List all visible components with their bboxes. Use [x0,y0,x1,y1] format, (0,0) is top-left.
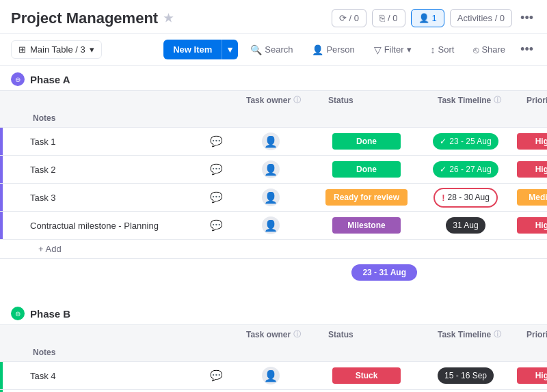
col-task-owner-b: Task owner ⓘ [241,325,323,344]
toolbar-more-icon[interactable]: ••• [518,40,536,59]
owner-a1[interactable]: 👤 [230,132,312,150]
priority-a3[interactable]: Medium [510,186,547,208]
task-name-a4: Contractual milestone - Planning [25,215,202,236]
owner-a2[interactable]: 👤 [230,160,312,178]
timeline-a3[interactable]: ! 28 - 30 Aug [421,188,510,208]
phase-a-collapse-btn[interactable]: ⊖ [11,72,25,86]
filter-label: Filter [384,44,404,55]
timeline-badge-b1: 15 - 16 Sep [438,367,494,384]
row-content-a4: Contractual milestone - Planning 💬 👤 Mil… [3,212,547,239]
toolbar: ⊞ Main Table / 3 ▾ New Item ▾ 🔍 Search 👤… [0,34,547,66]
link-icon: ⎘ [379,13,385,23]
owner-a4[interactable]: 👤 [230,216,312,234]
comment-b1[interactable]: 💬 [202,369,230,382]
person-btn[interactable]: 👤 1 [411,9,444,27]
col-priority-label-b: Priority [526,330,547,339]
new-item-btn[interactable]: New Item ▾ [163,40,238,59]
comment-a4[interactable]: 💬 [202,219,230,232]
task-row-b1: Task 4 💬 👤 Stuck 15 - 16 Sep High [0,362,547,390]
status-badge-b1: Stuck [332,367,401,384]
person-filter-btn[interactable]: 👤 Person [305,41,361,59]
owner-info-icon-a: ⓘ [293,95,301,105]
avatar-a1: 👤 [262,132,280,150]
timeline-info-icon-a: ⓘ [494,95,501,105]
status-a2[interactable]: Done [312,158,421,180]
table-grid-icon: ⊞ [18,44,26,55]
status-a1[interactable]: Done [312,130,421,152]
search-label: Search [265,44,293,55]
sort-btn[interactable]: ↕ Sort [424,41,462,59]
timeline-badge-a2: ✓ 26 - 27 Aug [433,161,498,178]
header-more-icon[interactable]: ••• [518,8,536,28]
timeline-a2[interactable]: ✓ 26 - 27 Aug [421,161,510,178]
priority-b1[interactable]: High [510,365,547,387]
share-label: Share [481,44,505,55]
page-title: Project Management ★ [11,10,173,27]
task-name-a3: Task 3 [25,187,202,208]
priority-badge-a1: High [517,133,547,150]
filter-btn[interactable]: ▽ Filter ▾ [367,41,418,59]
link-btn[interactable]: ⎘ / 0 [372,9,405,27]
table-selector[interactable]: ⊞ Main Table / 3 ▾ [11,40,102,59]
col-status-label-a: Status [328,96,353,105]
table-caret-icon: ▾ [90,44,94,55]
timeline-b1[interactable]: 15 - 16 Sep [421,367,510,384]
task-name-a2: Task 2 [25,159,202,180]
activities-btn[interactable]: Activities / 0 [450,9,512,27]
person-label: Person [326,44,354,55]
task-row-a1: Task 1 💬 👤 Done ✓ 23 - 25 Aug High [0,128,547,156]
col-task-name-b [36,325,213,344]
phase-b-title: Phase B [30,308,70,320]
share-icon: ⎋ [473,44,479,55]
owner-a3[interactable]: 👤 [230,188,312,206]
col-priority-a: Priority [521,91,547,109]
table-area: ⊖ Phase A Task owner ⓘ Status Task Timel… [0,66,547,392]
col-timeline-b: Task Timeline ⓘ [432,325,521,344]
owner-b1[interactable]: 👤 [230,367,312,384]
row-content-b1: Task 4 💬 👤 Stuck 15 - 16 Sep High [3,362,547,389]
row-content-a1: Task 1 💬 👤 Done ✓ 23 - 25 Aug High [3,128,547,155]
sort-label: Sort [438,44,455,55]
task-name-b1: Task 4 [25,365,202,387]
priority-a1[interactable]: High [510,130,547,152]
status-a4[interactable]: Milestone [312,214,421,236]
timeline-badge-a3: ! 28 - 30 Aug [433,188,498,208]
comment-a3[interactable]: 💬 [202,191,230,204]
search-btn[interactable]: 🔍 Search [243,41,299,59]
new-item-caret-icon[interactable]: ▾ [222,40,238,59]
col-owner-label-b: Task owner [246,330,291,339]
col-timeline-a: Task Timeline ⓘ [432,91,521,109]
app-header: Project Management ★ ⟳ / 0 ⎘ / 0 👤 1 Act… [0,0,547,34]
col-priority-b: Priority [521,325,547,344]
search-icon: 🔍 [250,44,262,55]
priority-badge-a2: High [517,161,547,178]
avatar-a4: 👤 [262,216,280,234]
status-b1[interactable]: Stuck [312,365,421,387]
star-icon[interactable]: ★ [163,12,173,25]
phase-b-collapse-btn[interactable]: ⊖ [11,307,25,320]
col-notes-a: Notes [27,109,38,127]
person-filter-icon: 👤 [312,44,323,55]
status-badge-a3: Ready for review [325,189,408,206]
col-owner-label-a: Task owner [246,96,291,105]
timeline-a4[interactable]: 31 Aug [421,217,510,234]
col-timeline-label-b: Task Timeline [438,330,491,339]
col-comment-b [213,325,241,344]
phase-group-b: ⊖ Phase B Task owner ⓘ Status Task Timel… [0,300,547,392]
status-badge-a2: Done [332,161,401,178]
priority-a4[interactable]: High [510,214,547,236]
avatar-a3: 👤 [262,188,280,206]
timeline-badge-a4: 31 Aug [446,217,485,234]
task-name-a1: Task 1 [25,131,202,152]
phase-a-add-row[interactable]: + Add [0,240,547,259]
comment-a2[interactable]: 💬 [202,163,230,176]
share-btn[interactable]: ⎋ Share [466,41,512,59]
sync-btn[interactable]: ⟳ / 0 [332,9,366,27]
timeline-a1[interactable]: ✓ 23 - 25 Aug [421,133,510,150]
status-a3[interactable]: Ready for review [312,186,421,208]
phase-a-title: Phase A [30,74,70,85]
priority-a2[interactable]: High [510,158,547,180]
new-item-label[interactable]: New Item [163,40,222,59]
avatar-b1: 👤 [262,367,280,384]
comment-a1[interactable]: 💬 [202,135,230,148]
